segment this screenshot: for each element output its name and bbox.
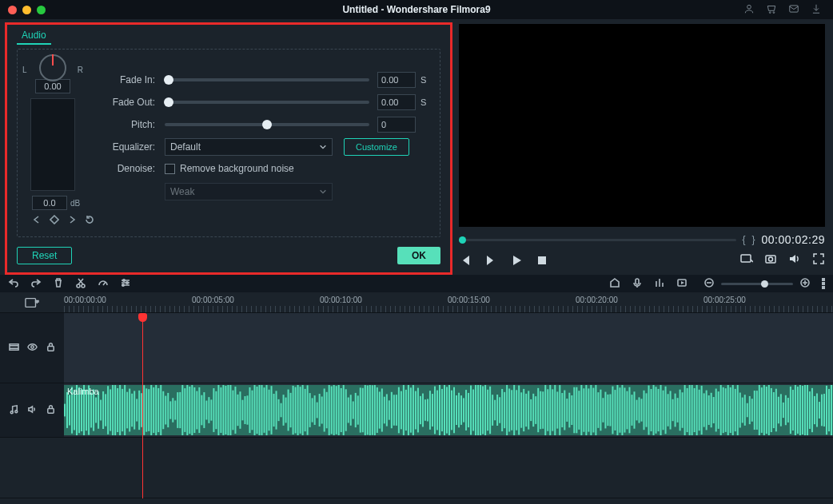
svg-rect-95 (232, 391, 233, 431)
mark-out-icon[interactable]: } (752, 234, 755, 245)
svg-rect-258 (624, 387, 625, 432)
svg-rect-61 (150, 385, 152, 435)
fullscreen-icon[interactable] (812, 252, 825, 268)
playhead[interactable] (142, 313, 143, 498)
audio-clip[interactable]: Kalimba (64, 385, 833, 435)
keyframe-prev-icon[interactable] (32, 215, 42, 227)
speed-icon[interactable] (98, 277, 109, 291)
balance-dial[interactable] (39, 54, 66, 81)
music-note-icon[interactable] (9, 404, 19, 417)
svg-rect-84 (205, 401, 207, 420)
svg-rect-157 (381, 388, 383, 431)
svg-rect-69 (169, 401, 171, 419)
mark-in-icon[interactable]: { (743, 234, 746, 245)
pitch-slider[interactable] (165, 123, 369, 126)
step-forward-button[interactable] (484, 254, 497, 267)
lock-icon[interactable] (46, 404, 56, 417)
undo-icon[interactable] (8, 277, 19, 291)
svg-rect-247 (597, 392, 599, 428)
svg-rect-343 (828, 389, 830, 431)
video-track-header (0, 313, 64, 383)
reset-icon[interactable] (85, 215, 94, 227)
equalizer-select[interactable]: Default (165, 138, 333, 156)
keyframe-add-icon[interactable] (50, 215, 59, 227)
timeline: 00:00:00:00 00:00:05:00 00:00:10:00 00:0… (0, 292, 833, 498)
svg-point-8 (77, 284, 80, 288)
empty-track (0, 438, 833, 498)
svg-rect-243 (588, 388, 589, 431)
svg-rect-119 (290, 393, 292, 427)
zoom-fit-icon[interactable] (822, 278, 825, 289)
reset-button[interactable]: Reset (17, 247, 72, 264)
prev-frame-button[interactable] (459, 254, 472, 267)
audio-tab[interactable]: Audio (17, 30, 51, 45)
preview-progress-slider[interactable] (459, 239, 736, 241)
snapshot-icon[interactable] (764, 252, 777, 268)
visibility-icon[interactable] (27, 342, 38, 355)
svg-rect-121 (295, 387, 297, 434)
svg-rect-167 (405, 390, 407, 431)
filmstrip-icon[interactable] (9, 342, 19, 355)
volume-unit-label: dB (70, 199, 80, 208)
lock-icon[interactable] (46, 342, 56, 355)
split-icon[interactable] (75, 277, 86, 291)
svg-rect-50 (124, 385, 126, 435)
zoom-in-icon[interactable] (799, 277, 811, 291)
denoise-checkbox[interactable] (165, 164, 175, 174)
svg-rect-133 (324, 388, 325, 431)
svg-rect-291 (703, 393, 705, 427)
redo-icon[interactable] (30, 277, 42, 291)
svg-rect-90 (220, 387, 221, 433)
volume-icon[interactable] (788, 252, 801, 268)
ruler-tick: 00:00:25:00 (703, 296, 746, 304)
zoom-out-icon[interactable] (703, 277, 715, 291)
fade-in-slider[interactable] (165, 78, 369, 81)
svg-rect-190 (460, 395, 462, 425)
svg-rect-51 (126, 392, 128, 429)
svg-rect-220 (532, 394, 534, 427)
svg-rect-322 (778, 397, 779, 424)
render-icon[interactable] (676, 277, 688, 291)
playback-quality-icon[interactable] (740, 252, 753, 268)
add-media-button[interactable] (0, 297, 64, 308)
pitch-field[interactable]: 0 (377, 117, 416, 133)
svg-point-22 (14, 410, 17, 412)
customize-button[interactable]: Customize (344, 138, 409, 156)
fade-in-field[interactable]: 0.00 (377, 72, 416, 88)
keyframe-icons (32, 215, 85, 227)
keyframe-next-icon[interactable] (67, 215, 77, 227)
stop-button[interactable] (536, 254, 548, 267)
svg-rect-324 (783, 403, 784, 418)
volume-value-field[interactable]: 0.0 (32, 196, 67, 210)
delete-icon[interactable] (53, 277, 64, 291)
svg-rect-189 (458, 393, 460, 428)
ok-button[interactable]: OK (397, 247, 440, 264)
svg-rect-67 (165, 396, 166, 425)
timeline-ruler[interactable]: 00:00:00:00 00:00:05:00 00:00:10:00 00:0… (64, 292, 833, 312)
fade-out-slider[interactable] (165, 101, 369, 104)
adjust-icon[interactable] (120, 277, 131, 291)
video-track-body[interactable] (64, 313, 833, 383)
svg-rect-59 (145, 388, 147, 431)
fade-out-field[interactable]: 0.00 (377, 94, 416, 110)
svg-rect-196 (475, 385, 476, 435)
svg-rect-217 (525, 394, 527, 427)
play-button[interactable] (510, 254, 523, 267)
svg-rect-144 (350, 395, 352, 426)
zoom-slider[interactable] (721, 283, 793, 285)
svg-rect-257 (621, 385, 623, 435)
svg-rect-226 (547, 389, 548, 431)
svg-rect-65 (160, 385, 161, 435)
audio-track-body[interactable]: Kalimba (64, 383, 833, 437)
svg-rect-286 (692, 385, 693, 435)
svg-rect-142 (345, 389, 347, 431)
record-voiceover-icon[interactable] (632, 277, 643, 291)
svg-rect-105 (257, 387, 258, 434)
svg-rect-306 (739, 393, 741, 428)
svg-rect-341 (823, 394, 825, 427)
marker-icon[interactable] (609, 277, 620, 291)
svg-rect-77 (189, 387, 190, 434)
ruler-tick: 00:00:10:00 (320, 296, 362, 304)
audio-mixer-icon[interactable] (654, 277, 665, 291)
mute-icon[interactable] (27, 404, 38, 417)
